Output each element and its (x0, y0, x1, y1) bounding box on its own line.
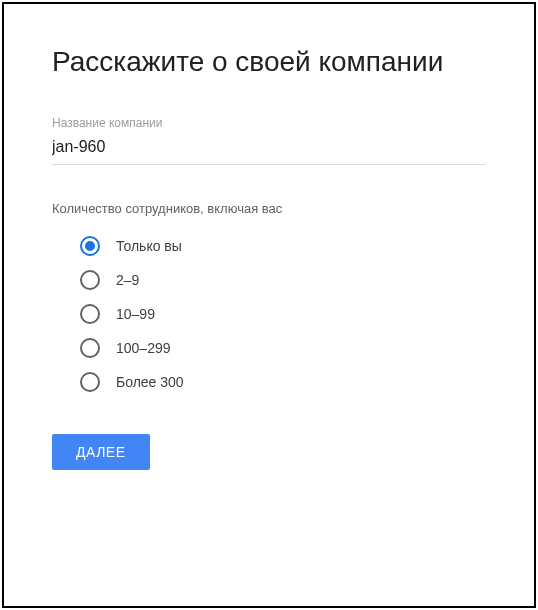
radio-icon (80, 372, 100, 392)
radio-label: Более 300 (116, 374, 184, 390)
radio-option-only-you[interactable]: Только вы (80, 236, 486, 256)
radio-label: 10–99 (116, 306, 155, 322)
page-title: Расскажите о своей компании (52, 44, 486, 80)
radio-option-2-9[interactable]: 2–9 (80, 270, 486, 290)
radio-icon (80, 338, 100, 358)
radio-option-100-299[interactable]: 100–299 (80, 338, 486, 358)
radio-option-300-plus[interactable]: Более 300 (80, 372, 486, 392)
radio-label: 100–299 (116, 340, 171, 356)
radio-label: 2–9 (116, 272, 139, 288)
company-name-field: Название компании (52, 116, 486, 165)
signup-form-card: Расскажите о своей компании Название ком… (4, 4, 534, 606)
radio-icon (80, 236, 100, 256)
radio-icon (80, 270, 100, 290)
employees-radio-group: Только вы 2–9 10–99 100–299 Более 300 (52, 236, 486, 392)
employees-section-label: Количество сотрудников, включая вас (52, 201, 486, 216)
radio-option-10-99[interactable]: 10–99 (80, 304, 486, 324)
radio-label: Только вы (116, 238, 182, 254)
next-button[interactable]: ДАЛЕЕ (52, 434, 150, 470)
company-name-label: Название компании (52, 116, 486, 130)
company-name-input[interactable] (52, 134, 486, 165)
radio-icon (80, 304, 100, 324)
